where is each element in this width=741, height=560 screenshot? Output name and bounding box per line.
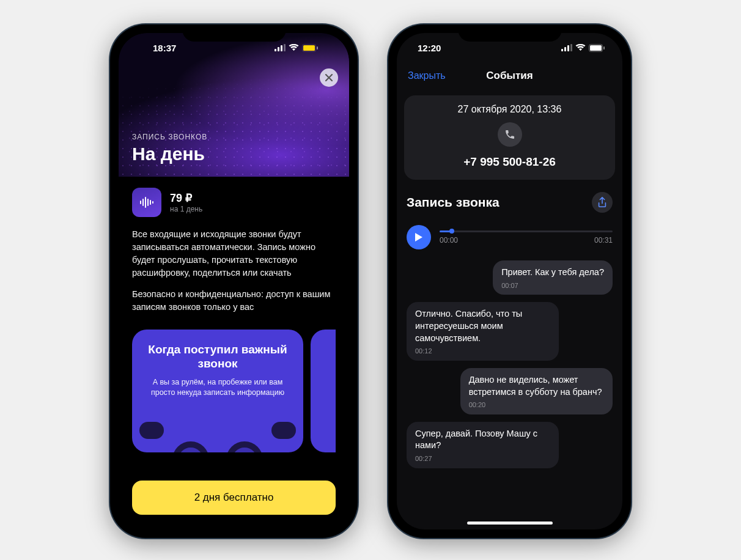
message-time: 00:27 — [415, 454, 550, 463]
status-icons — [561, 44, 605, 52]
share-button[interactable] — [592, 192, 613, 213]
chat-message: Давно не виделись, может встретимся в су… — [460, 368, 613, 414]
nav-bar: Закрыть События — [397, 62, 622, 89]
home-indicator[interactable] — [467, 521, 553, 525]
svg-rect-14 — [564, 47, 566, 51]
nav-close[interactable]: Закрыть — [408, 70, 446, 81]
call-date: 27 октября 2020, 13:36 — [413, 104, 606, 115]
svg-rect-16 — [570, 44, 572, 51]
feature-cards[interactable]: Когда поступил важный звонок А вы за рул… — [132, 330, 336, 452]
feature-card-2[interactable]: Нуж дет Адрес встреч — [311, 330, 336, 452]
price-row: 79 ₽ на 1 день — [132, 188, 336, 217]
waveform-icon — [139, 194, 155, 210]
signal-icon — [561, 44, 572, 51]
hero-banner: 18:37 ЗАПИСЬ ЗВОНКОВ На день — [119, 33, 349, 177]
message-text: Давно не виделись, может встретимся в су… — [469, 375, 602, 397]
play-button[interactable] — [407, 225, 431, 249]
wifi-icon — [575, 44, 586, 51]
card-sub: Адрес встреч — [323, 363, 336, 374]
phone-mockup-2: 12:20 Закрыть События 27 октября 2020, 1… — [388, 24, 631, 538]
phone-mockup-1: 18:37 ЗАПИСЬ ЗВОНКОВ На день 79 — [110, 24, 358, 538]
chat-message: Супер, давай. Позову Машу с нами? 00:27 — [407, 422, 559, 468]
screen-1: 18:37 ЗАПИСЬ ЗВОНКОВ На день 79 — [119, 33, 349, 529]
svg-rect-19 — [603, 46, 605, 50]
nav-title: События — [486, 70, 533, 82]
track[interactable]: 00:00 00:31 — [440, 230, 613, 245]
card-title: Нуж дет — [323, 343, 336, 357]
message-time: 00:20 — [469, 400, 604, 410]
description-2: Безопасно и конфиденциально: доступ к ва… — [132, 288, 336, 314]
time-start: 00:00 — [440, 236, 458, 245]
chat-message: Отлично. Спасибо, что ты интересуешься м… — [407, 302, 559, 361]
app-icon — [132, 188, 161, 217]
battery-icon — [589, 44, 605, 52]
price-sub: на 1 день — [170, 205, 202, 213]
time-end: 00:31 — [594, 236, 613, 245]
call-info-card: 27 октября 2020, 13:36 +7 995 500-81-26 — [404, 95, 615, 180]
message-text: Супер, давай. Позову Машу с нами? — [415, 429, 537, 451]
screen-2: 12:20 Закрыть События 27 октября 2020, 1… — [397, 33, 622, 529]
track-handle[interactable] — [449, 229, 454, 234]
close-icon — [325, 74, 333, 81]
message-text: Привет. Как у тебя дела? — [501, 267, 604, 277]
phone-icon-circle[interactable] — [498, 122, 522, 147]
message-time: 00:12 — [415, 347, 550, 356]
hero-title: На день — [132, 144, 336, 164]
feature-card-1[interactable]: Когда поступил важный звонок А вы за рул… — [132, 330, 303, 452]
svg-rect-13 — [561, 49, 563, 51]
card-sub: А вы за рулём, на пробежке или вам прост… — [144, 377, 291, 398]
description-1: Все входящие и исходящие звонки будут за… — [132, 228, 336, 279]
message-text: Отлично. Спасибо, что ты интересуешься м… — [415, 309, 522, 342]
call-number[interactable]: +7 995 500-81-26 — [413, 155, 606, 169]
play-icon — [415, 232, 423, 242]
message-time: 00:07 — [501, 281, 604, 290]
phone-icon — [504, 129, 515, 140]
audio-player: 00:00 00:31 — [407, 225, 613, 249]
price-value: 79 ₽ — [170, 191, 202, 205]
hero-eyebrow: ЗАПИСЬ ЗВОНКОВ — [132, 133, 336, 141]
cta-button[interactable]: 2 дня бесплатно — [132, 481, 336, 515]
transcript: Привет. Как у тебя дела? 00:07 Отлично. … — [397, 249, 622, 468]
card-title: Когда поступил важный звонок — [144, 343, 291, 371]
share-icon — [597, 197, 607, 208]
status-time: 12:20 — [418, 43, 441, 53]
card-illustration — [132, 410, 303, 452]
chat-message: Привет. Как у тебя дела? 00:07 — [493, 260, 613, 295]
svg-rect-15 — [567, 45, 569, 51]
section-title: Запись звонка — [407, 195, 500, 210]
close-button[interactable] — [320, 68, 338, 87]
svg-rect-18 — [590, 45, 602, 51]
